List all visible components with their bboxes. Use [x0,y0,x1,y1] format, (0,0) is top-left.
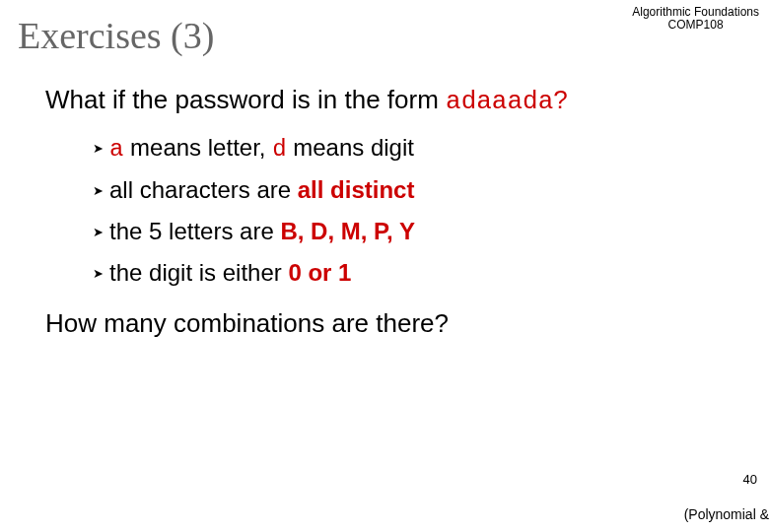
bullet-arrow-icon: ➤ [93,183,104,198]
bullet-text: a means letter, d means digit [109,134,414,163]
bullet-arrow-icon: ➤ [93,266,104,281]
question-prompt: What if the password is in the form adaa… [45,85,769,116]
q1-suffix: ? [553,85,567,114]
q1-prefix: What if the password is in the form [45,85,446,114]
bullet-arrow-icon: ➤ [93,225,104,239]
question-final: How many combinations are there? [45,308,769,339]
bullet-item: ➤a means letter, d means digit [93,134,769,163]
footer-text: (Polynomial & [684,506,769,522]
bullet-item: ➤all characters are all distinct [93,176,769,204]
bullet-item: ➤the digit is either 0 or 1 [93,259,769,287]
bullet-arrow-icon: ➤ [93,141,104,156]
bullet-list: ➤a means letter, d means digit➤all chara… [93,134,769,287]
slide-content: What if the password is in the form adaa… [45,85,769,339]
bullet-item: ➤the 5 letters are B, D, M, P, Y [93,218,769,245]
bullet-text: the 5 letters are B, D, M, P, Y [109,218,415,245]
page-number: 40 [743,472,757,487]
course-code: COMP108 [632,19,759,32]
course-header: Algorithmic Foundations COMP108 [632,6,759,32]
bullet-text: the digit is either 0 or 1 [109,259,351,287]
q1-pattern: adaaada [446,87,553,116]
bullet-text: all characters are all distinct [109,176,414,204]
